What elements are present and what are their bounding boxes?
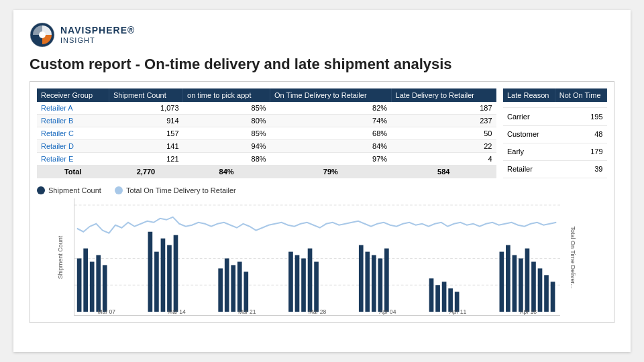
side-table-row: Carrier 195 (503, 108, 607, 125)
retailer-c-link[interactable]: Retailer C (41, 129, 74, 137)
svg-rect-29 (365, 252, 370, 312)
retailer-d-pick: 94% (183, 140, 270, 153)
retailer-d-link[interactable]: Retailer D (41, 142, 74, 150)
side-count-4: 39 (555, 160, 606, 178)
table-row: Retailer D 141 94% 84% 22 (37, 140, 496, 153)
svg-rect-17 (174, 235, 178, 312)
chart-legend: Shipment Count Total On Time Delivery to… (37, 186, 607, 194)
total-pick: 84% (183, 166, 270, 178)
side-table-row: Retailer 39 (503, 160, 607, 178)
retailer-b-late: 237 (391, 115, 496, 127)
logo-navisphere-label: NAVISPHERE® (60, 25, 135, 36)
svg-rect-34 (435, 285, 440, 312)
svg-rect-22 (244, 272, 248, 312)
retailer-c-pick: 85% (183, 127, 270, 140)
retailer-e-pick: 88% (183, 153, 270, 166)
total-label: Total (37, 166, 109, 178)
legend-dot-ontime (115, 186, 123, 194)
logo-text: NAVISPHERE® INSIGHT (60, 25, 135, 44)
retailer-e-link[interactable]: Retailer E (41, 155, 73, 163)
svg-text:Mar 21: Mar 21 (238, 308, 256, 315)
col-ontime-delivery: On Time Delivery to Retailer (270, 88, 392, 102)
side-table-row (503, 102, 607, 108)
svg-rect-20 (231, 265, 235, 312)
retailer-e-count: 121 (109, 153, 182, 166)
col-shipment-count: Shipment Count (109, 88, 182, 102)
legend-label-ontime: Total On Time Delivery to Retailer (126, 186, 236, 194)
side-count-1: 195 (555, 108, 606, 125)
svg-rect-44 (538, 268, 543, 312)
svg-text:Mar 28: Mar 28 (309, 308, 327, 315)
retailer-a-late: 187 (391, 102, 496, 115)
retailer-b-link[interactable]: Retailer B (41, 117, 73, 125)
side-reason-4: Retailer (503, 160, 555, 178)
retailer-a-delivery: 82% (270, 102, 392, 115)
side-table-row: Early 179 (503, 143, 607, 160)
side-table-row: Customer 48 (503, 125, 607, 143)
side-count-0 (555, 102, 606, 108)
retailer-e-delivery: 97% (270, 153, 392, 166)
side-table: Late Reason Not On Time Carrier 195 Cust… (503, 88, 607, 178)
svg-rect-43 (531, 261, 536, 312)
svg-rect-14 (154, 252, 159, 312)
svg-rect-13 (148, 232, 153, 312)
svg-text:Apr 11: Apr 11 (449, 308, 466, 315)
logo-insight-label: INSIGHT (60, 36, 135, 44)
logo-icon (30, 22, 55, 48)
svg-rect-11 (96, 255, 101, 312)
side-reason-2: Customer (503, 125, 555, 143)
table-row: Retailer A 1,073 85% 82% 187 (37, 102, 496, 115)
table-row: Retailer C 157 85% 68% 50 (37, 127, 496, 140)
svg-rect-30 (372, 255, 376, 312)
svg-rect-8 (77, 258, 82, 312)
legend-item-ontime: Total On Time Delivery to Retailer (115, 186, 236, 194)
svg-rect-25 (301, 258, 306, 312)
svg-rect-46 (551, 282, 555, 312)
svg-rect-24 (295, 255, 300, 312)
ontime-line (77, 217, 556, 233)
total-late: 584 (391, 166, 496, 178)
chart-svg: 0 50 100 (74, 198, 560, 315)
svg-rect-10 (90, 261, 95, 312)
svg-rect-28 (359, 245, 364, 312)
main-table: Receiver Group Shipment Count on time to… (37, 88, 496, 178)
svg-rect-26 (308, 249, 313, 312)
legend-dot-shipment (37, 186, 45, 194)
svg-rect-12 (103, 265, 107, 312)
report-title: Custom report - On-time delivery and lat… (30, 56, 614, 73)
table-row: Retailer E 121 88% 97% 4 (37, 153, 496, 166)
header: NAVISPHERE® INSIGHT (30, 22, 614, 48)
side-col-not-on-time: Not On Time (555, 88, 606, 102)
content-box: Receiver Group Shipment Count on time to… (30, 81, 614, 323)
svg-rect-40 (513, 255, 517, 312)
bar-group (77, 232, 555, 312)
svg-rect-21 (237, 261, 242, 312)
retailer-c-late: 50 (391, 127, 496, 140)
col-receiver-group: Receiver Group (37, 88, 109, 102)
legend-label-shipment: Shipment Count (48, 186, 101, 194)
total-delivery: 79% (270, 166, 392, 178)
svg-rect-19 (225, 258, 229, 312)
total-count: 2,770 (109, 166, 182, 178)
retailer-a-link[interactable]: Retailer A (41, 104, 73, 112)
svg-rect-39 (506, 245, 511, 312)
retailer-b-pick: 80% (183, 115, 270, 127)
svg-rect-27 (314, 261, 319, 312)
side-count-2: 48 (555, 125, 606, 143)
side-reason-1: Carrier (503, 108, 555, 125)
table-row: Retailer B 914 80% 74% 237 (37, 115, 496, 127)
side-count-3: 179 (555, 143, 606, 160)
side-reason-3: Early (503, 143, 555, 160)
col-ontime-pick: on time to pick appt (183, 88, 270, 102)
svg-rect-35 (442, 282, 447, 312)
retailer-c-delivery: 68% (270, 127, 392, 140)
total-row: Total 2,770 84% 79% 584 (37, 166, 496, 178)
svg-rect-38 (500, 252, 504, 312)
retailer-d-late: 22 (391, 140, 496, 153)
svg-rect-42 (525, 249, 530, 312)
logo: NAVISPHERE® INSIGHT (30, 22, 135, 48)
chart-area: 0 50 100 (74, 198, 560, 316)
svg-rect-45 (544, 275, 549, 312)
retailer-a-pick: 85% (183, 102, 270, 115)
side-col-reason: Late Reason (503, 88, 555, 102)
